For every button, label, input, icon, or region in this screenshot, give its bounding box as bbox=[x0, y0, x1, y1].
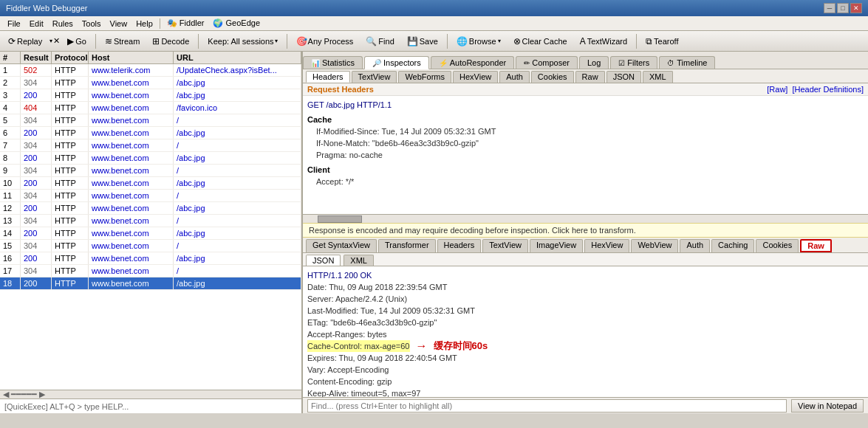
menu-tools[interactable]: Tools bbox=[78, 18, 106, 30]
resp-tab-syntaxview[interactable]: Get SyntaxView bbox=[306, 239, 377, 252]
req-tab-raw[interactable]: Raw bbox=[575, 71, 605, 83]
session-row[interactable]: 15 304 HTTP www.benet.com / bbox=[0, 240, 301, 252]
session-row[interactable]: 9 304 HTTP www.benet.com / bbox=[0, 165, 301, 177]
session-row[interactable]: 2 304 HTTP www.benet.com /abc.jpg bbox=[0, 77, 301, 89]
session-protocol: HTTP bbox=[52, 265, 89, 277]
session-row[interactable]: 18 200 HTTP www.benet.com /abc.jpg bbox=[0, 277, 301, 290]
resp-xml-tab[interactable]: XML bbox=[344, 255, 374, 266]
session-row[interactable]: 7 304 HTTP www.benet.com / bbox=[0, 139, 301, 152]
session-url: / bbox=[174, 114, 301, 126]
session-row[interactable]: 3 200 HTTP www.benet.com /abc.jpg bbox=[0, 89, 301, 102]
stream-button[interactable]: ≋ Stream bbox=[100, 34, 145, 49]
session-result: 200 bbox=[21, 152, 52, 164]
menu-help[interactable]: Help bbox=[131, 18, 157, 30]
clearcache-button[interactable]: ⊗ Clear Cache bbox=[508, 34, 573, 49]
resp-tab-headers[interactable]: Headers bbox=[437, 239, 482, 252]
response-notification-bar[interactable]: Response is encoded and may require deco… bbox=[303, 223, 868, 238]
go-button[interactable]: ▶ Go bbox=[62, 34, 92, 49]
session-row[interactable]: 14 200 HTTP www.benet.com /abc.jpg bbox=[0, 227, 301, 240]
req-tab-cookies[interactable]: Cookies bbox=[531, 71, 574, 83]
session-row[interactable]: 17 304 HTTP www.benet.com / bbox=[0, 265, 301, 277]
session-host: www.benet.com bbox=[89, 240, 174, 252]
browse-button[interactable]: 🌐 Browse ▾ bbox=[451, 34, 506, 49]
keep-sessions-button[interactable]: Keep: All sessions ▾ bbox=[202, 35, 282, 48]
req-tab-json[interactable]: JSON bbox=[606, 71, 641, 83]
tab-inspectors[interactable]: 🔎 Inspectors bbox=[364, 56, 429, 69]
tab-timeline[interactable]: ⏱ Timeline bbox=[659, 56, 715, 69]
menu-file[interactable]: File bbox=[3, 18, 25, 30]
save-button[interactable]: 💾 Save bbox=[402, 34, 443, 49]
session-url: /UpdateCheck.aspx?isBet... bbox=[174, 64, 301, 76]
minimize-button[interactable]: ─ bbox=[824, 3, 835, 13]
resp-tab-cookies[interactable]: Cookies bbox=[756, 239, 799, 252]
resp-tab-caching[interactable]: Caching bbox=[711, 239, 754, 252]
req-tab-webforms[interactable]: WebForms bbox=[398, 71, 451, 83]
session-row[interactable]: 6 200 HTTP www.benet.com /abc.jpg bbox=[0, 127, 301, 139]
session-result: 304 bbox=[21, 265, 52, 277]
tab-composer[interactable]: ✏ Composer bbox=[516, 56, 578, 69]
session-host: www.benet.com bbox=[89, 227, 174, 239]
header-definitions-link[interactable]: [Header Definitions] bbox=[792, 85, 864, 94]
resp-tab-hexview[interactable]: HexView bbox=[584, 239, 629, 252]
session-row[interactable]: 11 304 HTTP www.benet.com / bbox=[0, 190, 301, 202]
tab-autoresponder[interactable]: ⚡ AutoResponder bbox=[431, 56, 514, 69]
resp-tab-auth[interactable]: Auth bbox=[680, 239, 710, 252]
menu-fiddler[interactable]: 🎭 Fiddler bbox=[163, 17, 209, 30]
req-tab-hexview[interactable]: HexView bbox=[453, 71, 498, 83]
tab-log[interactable]: Log bbox=[579, 56, 609, 69]
view-notepad-button[interactable]: View in Notepad bbox=[791, 399, 864, 413]
replay-dropdown-arrow[interactable]: ▾ bbox=[49, 38, 52, 44]
decode-button[interactable]: ⊞ Decode bbox=[147, 34, 194, 49]
session-protocol: HTTP bbox=[52, 202, 89, 214]
response-json-xml-bar: JSON XML bbox=[303, 253, 868, 266]
stream-icon: ≋ bbox=[105, 36, 112, 46]
session-url: /abc.jpg bbox=[174, 89, 301, 101]
resp-tab-raw[interactable]: Raw bbox=[800, 239, 832, 252]
find-input[interactable] bbox=[307, 399, 787, 413]
req-tab-auth[interactable]: Auth bbox=[499, 71, 530, 83]
textwizard-label: TextWizard bbox=[587, 37, 627, 46]
menu-rules[interactable]: Rules bbox=[48, 18, 78, 30]
resp-tab-imageview[interactable]: ImageView bbox=[530, 239, 583, 252]
menu-edit[interactable]: Edit bbox=[25, 18, 48, 30]
if-none-match-header: If-None-Match: "bde6b-46ea3c3d3b9c0-gzip… bbox=[307, 137, 864, 149]
session-row[interactable]: 1 502 HTTP www.telerik.com /UpdateCheck.… bbox=[0, 64, 301, 77]
tab-filters[interactable]: ☑ Filters bbox=[610, 56, 657, 69]
session-row[interactable]: 10 200 HTTP www.benet.com /abc.jpg bbox=[0, 177, 301, 190]
maximize-button[interactable]: □ bbox=[837, 3, 849, 13]
session-row[interactable]: 12 200 HTTP www.benet.com /abc.jpg bbox=[0, 202, 301, 215]
session-row[interactable]: 5 304 HTTP www.benet.com / bbox=[0, 114, 301, 127]
req-tab-xml[interactable]: XML bbox=[643, 71, 673, 83]
raw-link[interactable]: [Raw] bbox=[767, 85, 787, 94]
any-process-button[interactable]: 🎯 Any Process bbox=[291, 34, 359, 49]
headers-horizontal-scrollbar[interactable] bbox=[303, 214, 868, 223]
session-list-header: # Result Protocol Host URL bbox=[0, 52, 301, 64]
session-row[interactable]: 8 200 HTTP www.benet.com /abc.jpg bbox=[0, 152, 301, 165]
session-panel-scrollbar[interactable]: ◀ ━━━━━ ▶ bbox=[0, 390, 301, 398]
session-url: /abc.jpg bbox=[174, 77, 301, 89]
session-host: www.benet.com bbox=[89, 127, 174, 139]
close-button[interactable]: ✕ bbox=[850, 3, 862, 13]
resp-json-tab[interactable]: JSON bbox=[306, 255, 341, 266]
resp-tab-webview[interactable]: WebView bbox=[631, 239, 678, 252]
resp-tab-textview[interactable]: TextView bbox=[482, 239, 528, 252]
menu-view[interactable]: View bbox=[106, 18, 132, 30]
tearoff-button[interactable]: ⧉ Tearoff bbox=[640, 34, 683, 49]
find-button[interactable]: 🔍 Find bbox=[360, 34, 399, 49]
replay-button[interactable]: ⟳ Replay bbox=[3, 34, 47, 49]
req-tab-headers[interactable]: Headers bbox=[306, 71, 350, 83]
tab-statistics[interactable]: 📊 Statistics bbox=[303, 56, 363, 69]
session-row[interactable]: 16 200 HTTP www.benet.com /abc.jpg bbox=[0, 252, 301, 265]
session-row[interactable]: 13 304 HTTP www.benet.com / bbox=[0, 215, 301, 227]
session-row[interactable]: 4 404 HTTP www.benet.com /favicon.ico bbox=[0, 102, 301, 114]
session-protocol: HTTP bbox=[52, 64, 89, 76]
if-modified-since-header: If-Modified-Since: Tue, 14 Jul 2009 05:3… bbox=[307, 125, 864, 137]
textwizard-button[interactable]: A TextWizard bbox=[575, 34, 632, 49]
save-icon: 💾 bbox=[407, 36, 418, 46]
replay-dropdown[interactable]: ▾ ✕ bbox=[49, 36, 60, 46]
resp-tab-transformer[interactable]: Transformer bbox=[378, 239, 436, 252]
decode-icon: ⊞ bbox=[152, 36, 160, 46]
menu-geoedge[interactable]: 🌍 GeoEdge bbox=[208, 17, 264, 30]
req-tab-textview[interactable]: TextView bbox=[352, 71, 397, 83]
scrollbar-thumb[interactable] bbox=[318, 215, 362, 223]
